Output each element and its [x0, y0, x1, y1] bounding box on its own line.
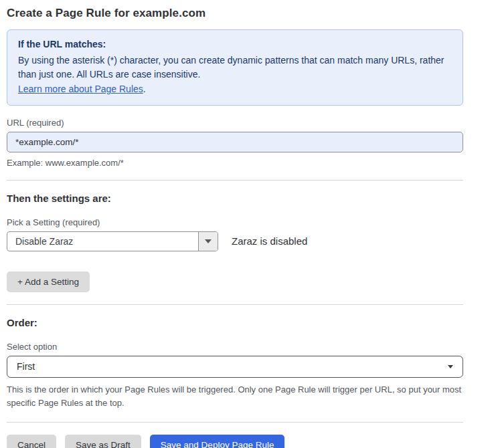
settings-section-heading: Then the settings are:: [7, 193, 463, 204]
page-rule-form: Create a Page Rule for example.com If th…: [0, 0, 502, 448]
info-box-body-text: By using the asterisk (*) character, you…: [18, 55, 444, 80]
save-and-deploy-button[interactable]: Save and Deploy Page Rule: [150, 435, 285, 448]
order-help-text: This is the order in which your Page Rul…: [7, 383, 463, 410]
setting-row: Disable Zaraz Zaraz is disabled: [7, 231, 463, 251]
url-field-label: URL (required): [7, 118, 463, 128]
setting-dropdown[interactable]: Disable Zaraz: [7, 231, 218, 251]
setting-status-text: Zaraz is disabled: [232, 235, 307, 247]
info-box-heading: If the URL matches:: [18, 37, 452, 52]
save-as-draft-button[interactable]: Save as Draft: [65, 435, 141, 448]
chevron-down-icon: [448, 365, 453, 368]
chevron-down-icon: [205, 239, 212, 243]
add-setting-button[interactable]: + Add a Setting: [7, 271, 90, 292]
cancel-button[interactable]: Cancel: [7, 435, 56, 448]
order-select-label: Select option: [7, 342, 463, 352]
link-period: .: [143, 84, 146, 94]
order-select[interactable]: First: [7, 356, 463, 378]
url-input[interactable]: [7, 132, 463, 152]
url-field-example: Example: www.example.com/*: [7, 158, 463, 168]
page-title: Create a Page Rule for example.com: [7, 7, 463, 20]
footer-buttons: Cancel Save as Draft Save and Deploy Pag…: [7, 435, 463, 448]
info-box-body: By using the asterisk (*) character, you…: [18, 53, 452, 97]
pick-setting-label: Pick a Setting (required): [7, 217, 463, 227]
order-section-heading: Order:: [7, 317, 463, 328]
divider: [7, 304, 463, 305]
divider: [7, 422, 463, 423]
learn-more-link[interactable]: Learn more about Page Rules: [18, 84, 143, 94]
setting-dropdown-value: Disable Zaraz: [7, 232, 198, 251]
divider: [7, 180, 463, 181]
url-match-info-box: If the URL matches: By using the asteris…: [7, 29, 463, 106]
setting-dropdown-arrow-button[interactable]: [198, 232, 218, 251]
order-select-value: First: [17, 361, 35, 372]
